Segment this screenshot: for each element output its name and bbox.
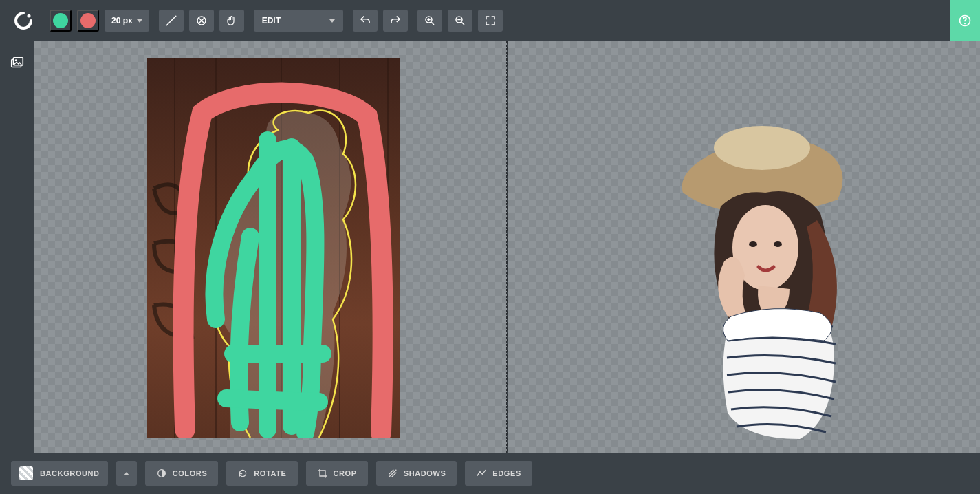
clear-tool-button[interactable]	[189, 10, 214, 32]
colors-button[interactable]: COLORS	[145, 461, 219, 486]
zoom-out-button[interactable]	[448, 10, 472, 32]
chevron-up-icon	[124, 472, 129, 475]
mode-select[interactable]: EDIT	[254, 10, 343, 32]
crop-button[interactable]: CROP	[306, 461, 368, 486]
chevron-down-icon	[137, 19, 142, 23]
svg-point-5	[964, 23, 966, 24]
svg-point-17	[774, 241, 782, 247]
help-button[interactable]	[950, 0, 980, 41]
undo-button[interactable]	[353, 10, 378, 32]
edges-button[interactable]: EDGES	[465, 461, 532, 486]
help-icon	[958, 14, 972, 28]
erase-tool-button[interactable]	[159, 10, 184, 32]
svg-point-14	[714, 126, 810, 170]
result-panel[interactable]	[508, 41, 980, 453]
redo-button[interactable]	[383, 10, 408, 32]
contrast-icon	[156, 468, 167, 479]
svg-point-16	[749, 241, 757, 247]
zoom-in-button[interactable]	[417, 10, 442, 32]
rotate-label: ROTATE	[254, 469, 286, 477]
background-label: BACKGROUND	[40, 469, 100, 477]
app-logo[interactable]	[7, 4, 40, 37]
images-rail-button[interactable]	[5, 51, 30, 76]
colors-label: COLORS	[173, 469, 208, 477]
result-image	[662, 110, 869, 439]
svg-point-0	[28, 14, 31, 18]
top-toolbar: 20 px EDIT	[0, 0, 980, 41]
edges-label: EDGES	[492, 469, 521, 477]
transparency-swatch-icon	[19, 466, 33, 480]
source-image	[147, 58, 400, 438]
brush-size-label: 20 px	[111, 16, 133, 25]
crop-icon	[317, 468, 328, 479]
mode-label: EDIT	[262, 16, 281, 25]
rotate-button[interactable]: ROTATE	[226, 461, 297, 486]
source-panel[interactable]	[34, 41, 507, 453]
shadows-icon	[387, 468, 398, 479]
left-rail	[0, 41, 34, 453]
keep-brush-button[interactable]	[50, 10, 72, 32]
svg-point-8	[15, 59, 17, 61]
fullscreen-button[interactable]	[478, 10, 503, 32]
crop-label: CROP	[334, 469, 357, 477]
workspace	[34, 41, 980, 453]
shadows-button[interactable]: SHADOWS	[376, 461, 457, 486]
rotate-icon	[237, 468, 248, 479]
background-button[interactable]: BACKGROUND	[11, 461, 108, 486]
remove-brush-button[interactable]	[77, 10, 99, 32]
pan-tool-button[interactable]	[219, 10, 244, 32]
chevron-down-icon	[329, 19, 335, 23]
brush-size-select[interactable]: 20 px	[105, 10, 149, 32]
edges-icon	[476, 468, 487, 479]
bottom-toolbar: BACKGROUND COLORS ROTATE CROP SHADOWS ED…	[0, 453, 980, 494]
background-options-button[interactable]	[116, 461, 137, 486]
shadows-label: SHADOWS	[404, 469, 446, 477]
